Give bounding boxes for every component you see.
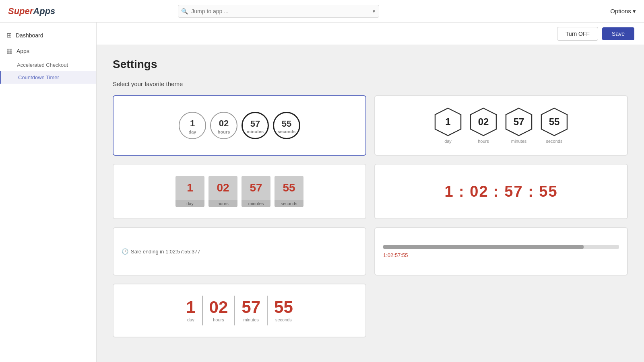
- slash-day-label: day: [187, 317, 194, 322]
- circle-seconds-label: seconds: [278, 129, 296, 134]
- theme-grid: 1 day 02 hours 57: [113, 95, 628, 337]
- slash-unit-day: 1 day: [180, 296, 202, 325]
- theme-card-colon[interactable]: 1 : 02 : 57 : 55: [374, 164, 628, 219]
- slash-day-num: 1: [186, 299, 195, 316]
- circle-hours-num: 02: [219, 118, 229, 129]
- box-hours-label: hours: [208, 200, 237, 207]
- box-unit-hours: 02 hours: [208, 176, 237, 207]
- slash-hours-num: 02: [209, 299, 228, 316]
- box-unit-day: 1 day: [175, 176, 204, 207]
- options-button[interactable]: Options ▾: [610, 8, 636, 15]
- sidebar-item-accelerated-checkout[interactable]: Accelerated Checkout: [0, 59, 96, 71]
- text-timer-value: Sale ending in 1:02:57:55:377: [131, 249, 200, 255]
- slash-unit-minutes: 57 minutes: [235, 296, 268, 325]
- main-header: Turn OFF Save: [97, 23, 644, 45]
- circle-unit-hours: 02 hours: [210, 112, 237, 139]
- hex-unit-minutes: 57 minutes: [504, 107, 533, 144]
- circle-minutes: 57 minutes: [242, 112, 269, 139]
- search-dropdown-icon[interactable]: ▾: [373, 8, 375, 14]
- theme-card-progress[interactable]: 1:02:57:55: [374, 227, 628, 276]
- theme-section-label: Select your favorite theme: [113, 80, 628, 87]
- circle-day: 1 day: [179, 112, 206, 139]
- hex-seconds-num: 55: [549, 116, 560, 128]
- box-seconds-num: 55: [275, 176, 303, 200]
- sidebar-item-countdown-timer[interactable]: Countdown Timer: [0, 71, 96, 84]
- box-unit-seconds: 55 seconds: [275, 176, 303, 207]
- topbar: SuperApps 🔍 ▾ Options ▾: [0, 0, 644, 23]
- dashboard-label: Dashboard: [16, 32, 43, 39]
- circle-day-label: day: [189, 130, 196, 134]
- topbar-right: Options ▾: [610, 8, 636, 15]
- box-seconds-label: seconds: [275, 200, 303, 207]
- hex-hours-label: hours: [478, 139, 489, 144]
- slash-minutes-num: 57: [242, 299, 260, 316]
- circle-unit-seconds: 55 seconds: [273, 112, 300, 139]
- hex-minutes-num: 57: [514, 116, 524, 128]
- text-timer: 🕐 Sale ending in 1:02:57:55:377: [122, 248, 357, 255]
- box-minutes-label: minutes: [242, 200, 270, 207]
- theme-card-hex[interactable]: 1 day 02 hours: [374, 95, 628, 156]
- box-unit-minutes: 57 minutes: [242, 176, 270, 207]
- search-icon: 🔍: [181, 8, 188, 14]
- clock-icon: 🕐: [122, 248, 128, 255]
- circle-seconds-num: 55: [282, 119, 291, 129]
- hex-day-label: day: [444, 139, 452, 144]
- sidebar-item-apps[interactable]: ▦ Apps: [0, 43, 96, 59]
- hex-shape-day: 1: [433, 107, 462, 136]
- theme-card-text[interactable]: 🕐 Sale ending in 1:02:57:55:377: [113, 227, 366, 276]
- progress-time: 1:02:57:55: [383, 252, 619, 258]
- hex-unit-hours: 02 hours: [469, 107, 498, 144]
- hex-shape-minutes: 57: [504, 107, 533, 136]
- circle-timer: 1 day 02 hours 57: [179, 112, 300, 139]
- main-area: Turn OFF Save Settings Select your favor…: [97, 23, 644, 362]
- circle-unit-day: 1 day: [179, 112, 206, 139]
- slash-timer: 1 day 02 hours 57 minutes 55: [180, 296, 299, 325]
- hex-shape-hours: 02: [469, 107, 498, 136]
- theme-card-circle[interactable]: 1 day 02 hours 57: [113, 95, 366, 156]
- box-day-label: day: [175, 200, 204, 207]
- turn-off-button[interactable]: Turn OFF: [557, 27, 598, 41]
- main-content: Settings Select your favorite theme 1 da…: [97, 45, 644, 350]
- slash-seconds-label: seconds: [275, 317, 292, 322]
- hex-timer: 1 day 02 hours: [433, 107, 569, 144]
- slash-seconds-num: 55: [274, 299, 293, 316]
- save-button[interactable]: Save: [602, 27, 634, 40]
- hex-shape-seconds: 55: [540, 107, 569, 136]
- circle-seconds: 55 seconds: [273, 112, 300, 139]
- box-minutes-num: 57: [242, 176, 270, 200]
- apps-icon: ▦: [6, 47, 12, 55]
- circle-hours-label: hours: [218, 130, 230, 134]
- hex-unit-seconds: 55 seconds: [540, 107, 569, 144]
- slash-unit-seconds: 55 seconds: [268, 296, 299, 325]
- sidebar: ⊞ Dashboard ▦ Apps Accelerated Checkout …: [0, 23, 97, 362]
- circle-hours: 02 hours: [210, 112, 237, 139]
- hex-day-num: 1: [445, 116, 450, 128]
- progress-timer: 1:02:57:55: [383, 245, 619, 258]
- colon-timer: 1 : 02 : 57 : 55: [444, 183, 557, 200]
- page-title: Settings: [113, 58, 628, 71]
- hex-hours-num: 02: [478, 116, 489, 128]
- hex-seconds-label: seconds: [546, 139, 563, 144]
- search-input[interactable]: [178, 5, 379, 18]
- logo: SuperApps: [8, 6, 55, 16]
- search-bar: 🔍 ▾: [178, 5, 379, 18]
- text-timer-text: 🕐 Sale ending in 1:02:57:55:377: [122, 248, 357, 255]
- box-day-num: 1: [175, 176, 204, 200]
- theme-card-box[interactable]: 1 day 02 hours 57 minutes 55: [113, 164, 366, 219]
- progress-bar-fill: [383, 245, 584, 249]
- box-timer: 1 day 02 hours 57 minutes 55: [175, 176, 303, 207]
- dashboard-icon: ⊞: [6, 31, 12, 39]
- apps-label: Apps: [17, 48, 29, 54]
- hex-unit-day: 1 day: [433, 107, 462, 144]
- progress-bar-wrap: [383, 245, 619, 249]
- theme-card-slash[interactable]: 1 day 02 hours 57 minutes 55: [113, 284, 366, 337]
- circle-day-num: 1: [190, 118, 195, 129]
- slash-hours-label: hours: [213, 317, 224, 322]
- box-hours-num: 02: [208, 176, 237, 200]
- circle-minutes-label: minutes: [247, 129, 264, 134]
- hex-minutes-label: minutes: [511, 139, 527, 144]
- circle-unit-minutes: 57 minutes: [242, 112, 269, 139]
- slash-minutes-label: minutes: [243, 317, 259, 322]
- circle-minutes-num: 57: [250, 119, 260, 129]
- sidebar-item-dashboard[interactable]: ⊞ Dashboard: [0, 27, 96, 43]
